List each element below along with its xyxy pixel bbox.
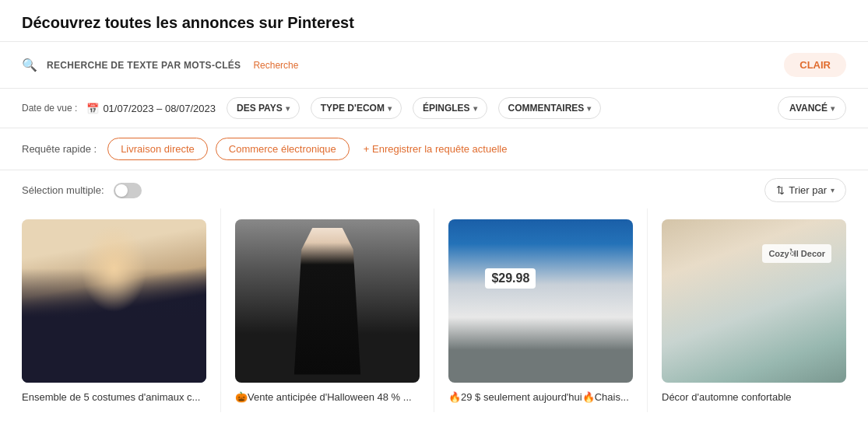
decor-image <box>662 219 846 383</box>
dress-image <box>235 219 420 383</box>
filter-dropdown-ecom[interactable]: TYPE D'ECOM ▾ <box>311 97 402 119</box>
filter-dropdown-epingles[interactable]: ÉPINGLES ▾ <box>413 97 487 119</box>
search-row: 🔍 RECHERCHE DE TEXTE PAR MOTS-CLÉS Reche… <box>0 42 868 89</box>
card-title-2: 🎃Vente anticipée d'Halloween 48 % ... <box>235 390 420 404</box>
filter-pays-label: DES PAYS <box>237 103 283 114</box>
date-label: Date de vue : <box>22 103 77 114</box>
quick-request-row: Requête rapide : Livraison directe Comme… <box>0 128 868 170</box>
chevron-down-icon: ▾ <box>587 104 591 113</box>
chair-image <box>448 219 633 383</box>
page-wrapper: Découvrez toutes les annonces sur Pinter… <box>0 0 868 441</box>
chevron-down-icon: ▾ <box>831 104 835 113</box>
card-image-2 <box>235 219 420 383</box>
quick-request-label: Requête rapide : <box>22 143 97 155</box>
sort-button[interactable]: ⇅ Trier par ▾ <box>764 178 846 202</box>
selection-row: Sélection multiple: ⇅ Trier par ▾ <box>0 170 868 208</box>
card-image-3 <box>448 219 633 383</box>
filter-commentaires-label: COMMENTAIRES <box>508 103 585 114</box>
card-4[interactable]: Décor d'automne confortable <box>648 208 860 412</box>
save-query-link[interactable]: + Enregistrer la requête actuelle <box>364 143 508 155</box>
chip-livraison[interactable]: Livraison directe <box>107 138 208 160</box>
search-icon: 🔍 <box>22 58 37 72</box>
chip-commerce[interactable]: Commerce électronique <box>216 138 350 160</box>
card-2[interactable]: 🎃Vente anticipée d'Halloween 48 % ... <box>221 208 434 412</box>
toggle-knob <box>115 184 128 197</box>
search-label: RECHERCHE DE TEXTE PAR MOTS-CLÉS <box>47 60 241 71</box>
calendar-icon: 📅 <box>86 103 99 114</box>
cards-grid: Ensemble de 5 costumes d'animaux c... 🎃V… <box>0 208 868 412</box>
filter-dropdown-pays[interactable]: DES PAYS ▾ <box>227 97 300 119</box>
advanced-button[interactable]: AVANCÉ ▾ <box>778 96 846 120</box>
clear-button[interactable]: CLAIR <box>784 53 846 77</box>
page-title: Découvrez toutes les annonces sur Pinter… <box>22 14 846 32</box>
advanced-label: AVANCÉ <box>789 103 828 114</box>
selection-toggle[interactable] <box>114 183 142 198</box>
card-1[interactable]: Ensemble de 5 costumes d'animaux c... <box>8 208 221 412</box>
filter-ecom-label: TYPE D'ECOM <box>321 103 385 114</box>
card-3[interactable]: 🔥29 $ seulement aujourd'hui🔥Chais... <box>434 208 648 412</box>
date-range-value: 01/07/2023 – 08/07/2023 <box>103 103 216 114</box>
page-header: Découvrez toutes les annonces sur Pinter… <box>0 0 868 42</box>
date-range[interactable]: 📅 01/07/2023 – 08/07/2023 <box>86 103 216 114</box>
sort-icon: ⇅ <box>776 184 785 196</box>
chevron-down-icon: ▾ <box>831 186 835 194</box>
chevron-down-icon: ▾ <box>388 104 392 113</box>
card-title-1: Ensemble de 5 costumes d'animaux c... <box>22 390 206 404</box>
card-title-4: Décor d'automne confortable <box>662 390 846 404</box>
card-image-1 <box>22 219 206 383</box>
card-title-3: 🔥29 $ seulement aujourd'hui🔥Chais... <box>448 390 633 404</box>
card-image-4 <box>662 219 846 383</box>
filters-row: Date de vue : 📅 01/07/2023 – 08/07/2023 … <box>0 89 868 128</box>
search-tag: Recherche <box>253 60 298 71</box>
sort-label: Trier par <box>789 184 827 196</box>
filter-epingles-label: ÉPINGLES <box>423 103 470 114</box>
selection-label: Sélection multiple: <box>22 184 104 196</box>
costume-image <box>22 219 206 383</box>
chevron-down-icon: ▾ <box>286 104 290 113</box>
chevron-down-icon: ▾ <box>473 104 477 113</box>
filter-dropdown-commentaires[interactable]: COMMENTAIRES ▾ <box>498 97 602 119</box>
